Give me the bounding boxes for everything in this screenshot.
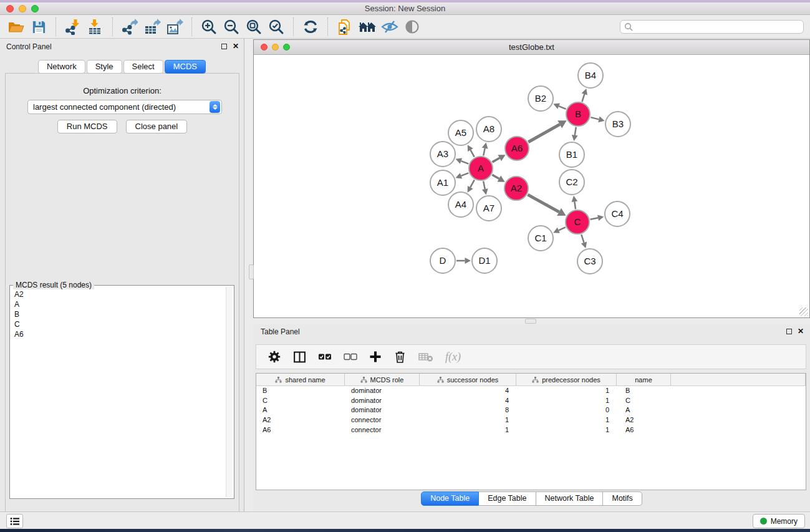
- table-cell[interactable]: 1: [516, 386, 617, 396]
- float-panel-icon[interactable]: [221, 44, 227, 49]
- save-session-button[interactable]: [27, 17, 50, 37]
- create-column-button[interactable]: [369, 351, 382, 363]
- graph-node-A4[interactable]: A4: [448, 192, 473, 217]
- graph-edge-A-A7[interactable]: [483, 181, 485, 190]
- graph-edge-B-B4[interactable]: [582, 94, 584, 102]
- graph-edge-B-B2[interactable]: [559, 106, 566, 109]
- show-graphics-details-button[interactable]: [401, 17, 423, 37]
- graph-edge-A-A5[interactable]: [470, 150, 474, 157]
- graph-edge-A-A6[interactable]: [492, 158, 499, 162]
- table-cell[interactable]: dominator: [345, 386, 420, 396]
- graph-node-C3[interactable]: C3: [577, 249, 602, 274]
- tab-node-table[interactable]: Node Table: [421, 491, 479, 506]
- graph-node-B1[interactable]: B1: [559, 142, 584, 167]
- graph-edge-A-A4[interactable]: [470, 180, 475, 187]
- mcds-result-item[interactable]: A: [10, 299, 225, 309]
- export-image-button[interactable]: [163, 17, 186, 37]
- tab-edge-table[interactable]: Edge Table: [479, 491, 536, 506]
- graph-edge-C-C2[interactable]: [574, 201, 576, 209]
- graph-edge-A-A3[interactable]: [461, 161, 468, 163]
- export-table-button[interactable]: [141, 17, 163, 37]
- close-panel-button[interactable]: Close panel: [126, 120, 188, 133]
- graph-node-D[interactable]: D: [430, 248, 455, 273]
- graph-edge-B-B3[interactable]: [591, 117, 599, 119]
- graph-edge-A-A2[interactable]: [492, 175, 499, 178]
- table-settings-button[interactable]: [268, 350, 281, 364]
- table-cell[interactable]: A6: [256, 425, 345, 435]
- table-cell[interactable]: 1: [420, 425, 516, 435]
- graph-node-B3[interactable]: B3: [605, 112, 630, 137]
- graph-node-B2[interactable]: B2: [528, 86, 553, 111]
- graph-node-A8[interactable]: A8: [476, 117, 501, 142]
- column-header-MCDS-role[interactable]: MCDS role: [345, 374, 420, 385]
- graph-node-A[interactable]: A: [469, 157, 493, 180]
- close-panel-icon[interactable]: ✕: [233, 43, 239, 49]
- table-cell[interactable]: B: [617, 386, 671, 396]
- tab-network-table[interactable]: Network Table: [536, 491, 604, 506]
- zoom-in-button[interactable]: [198, 17, 220, 37]
- graph-edge-C-C4[interactable]: [591, 218, 599, 220]
- apply-function-button[interactable]: f(x): [445, 351, 461, 364]
- column-header-name[interactable]: name: [617, 374, 671, 385]
- network-canvas[interactable]: B4B2BB3A8A5A6A3B1AC2A1A2A4A7C4CC1C3DD1: [254, 56, 809, 317]
- table-cell[interactable]: connector: [345, 415, 420, 425]
- criterion-select[interactable]: largest connected component (directed): [27, 100, 222, 114]
- mcds-result-item[interactable]: A6: [10, 329, 225, 339]
- graph-node-C1[interactable]: C1: [528, 226, 553, 251]
- table-cell[interactable]: 1: [516, 396, 617, 406]
- graph-edge-A-A8[interactable]: [483, 148, 485, 156]
- graph-edge-A6-B[interactable]: [528, 124, 559, 142]
- mcds-result-item[interactable]: C: [10, 319, 225, 329]
- graph-node-A5[interactable]: A5: [448, 120, 473, 145]
- table-cell[interactable]: A6: [617, 425, 671, 435]
- tab-select[interactable]: Select: [123, 60, 163, 74]
- splitter-handle-vertical[interactable]: [249, 264, 254, 279]
- column-header-successor-nodes[interactable]: successor nodes: [420, 374, 516, 385]
- table-cell[interactable]: A: [256, 405, 345, 415]
- tab-network[interactable]: Network: [38, 60, 85, 74]
- table-cell[interactable]: 1: [516, 415, 617, 425]
- tab-motifs[interactable]: Motifs: [603, 491, 642, 506]
- splitter-handle-horizontal[interactable]: [525, 319, 536, 324]
- table-cell[interactable]: 0: [516, 405, 617, 415]
- search-input[interactable]: [634, 21, 803, 32]
- graph-node-A6[interactable]: A6: [505, 137, 529, 160]
- hide-graphics-details-button[interactable]: [378, 17, 401, 37]
- delete-table-button[interactable]: [418, 351, 433, 362]
- network-overview-button[interactable]: [356, 17, 378, 37]
- table-cell[interactable]: 4: [420, 396, 516, 406]
- table-cell[interactable]: A2: [256, 415, 345, 425]
- window-resize-grip[interactable]: [799, 307, 808, 316]
- graph-node-A1[interactable]: A1: [430, 170, 455, 195]
- graph-node-A3[interactable]: A3: [430, 142, 455, 167]
- split-panel-button[interactable]: [293, 351, 306, 364]
- table-cell[interactable]: B: [256, 386, 345, 396]
- graph-node-B4[interactable]: B4: [578, 63, 603, 88]
- mcds-result-item[interactable]: B: [10, 309, 225, 319]
- scrollbar[interactable]: [226, 287, 233, 497]
- tab-mcds[interactable]: MCDS: [165, 60, 206, 74]
- show-all-columns-button[interactable]: [318, 352, 332, 361]
- zoom-fit-button[interactable]: [243, 17, 265, 37]
- graph-edge-B-B1[interactable]: [575, 127, 576, 135]
- table-cell[interactable]: dominator: [345, 405, 420, 415]
- graph-edge-A2-C[interactable]: [528, 195, 559, 212]
- graph-node-C4[interactable]: C4: [605, 201, 630, 226]
- import-table-button[interactable]: [84, 17, 107, 37]
- mcds-result-item[interactable]: A2: [10, 289, 225, 299]
- graph-node-C[interactable]: C: [566, 210, 589, 234]
- graph-node-A2[interactable]: A2: [504, 177, 528, 200]
- graph-node-A7[interactable]: A7: [476, 196, 501, 221]
- table-cell[interactable]: dominator: [345, 396, 420, 406]
- float-table-panel-icon[interactable]: [786, 329, 792, 334]
- tab-style[interactable]: Style: [87, 60, 122, 74]
- column-header-predecessor-nodes[interactable]: predecessor nodes: [516, 374, 617, 385]
- export-network-button[interactable]: [118, 17, 141, 37]
- graph-edge-A-A1[interactable]: [461, 173, 468, 175]
- table-cell[interactable]: 8: [420, 405, 516, 415]
- graph-node-B[interactable]: B: [566, 102, 590, 126]
- import-network-button[interactable]: [62, 17, 84, 37]
- hide-all-columns-button[interactable]: [344, 352, 357, 361]
- table-cell[interactable]: C: [617, 396, 671, 406]
- close-table-panel-icon[interactable]: ✕: [798, 328, 804, 334]
